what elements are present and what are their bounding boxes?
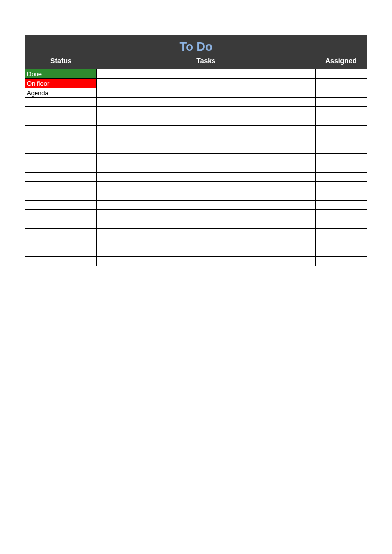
assigned-cell[interactable] [316, 79, 367, 88]
assigned-cell[interactable] [316, 257, 367, 266]
status-cell[interactable]: Done [25, 69, 97, 79]
assigned-cell[interactable] [316, 154, 367, 163]
column-header-status: Status [25, 57, 97, 65]
page-title: To Do [179, 40, 212, 53]
status-cell[interactable] [25, 116, 97, 126]
status-cell[interactable] [25, 98, 97, 107]
status-cell[interactable]: On floor [25, 79, 97, 88]
tasks-cell[interactable] [97, 116, 316, 126]
tasks-cell[interactable] [97, 69, 316, 79]
tasks-cell[interactable] [97, 135, 316, 144]
tasks-cell[interactable] [97, 79, 316, 88]
table-row [25, 163, 367, 173]
status-cell[interactable] [25, 191, 97, 201]
status-cell[interactable] [25, 238, 97, 247]
assigned-cell[interactable] [316, 247, 367, 257]
table-row [25, 126, 367, 135]
assigned-cell[interactable] [316, 163, 367, 173]
status-cell[interactable] [25, 163, 97, 173]
tasks-cell[interactable] [97, 163, 316, 173]
table-row: Agenda [25, 88, 367, 98]
tasks-cell[interactable] [97, 229, 316, 238]
tasks-cell[interactable] [97, 98, 316, 107]
table-row [25, 173, 367, 182]
table-row [25, 229, 367, 238]
table-row [25, 107, 367, 116]
status-cell[interactable] [25, 126, 97, 135]
todo-table: DoneOn floorAgenda [25, 69, 367, 266]
column-headers: Status Tasks Assigned [25, 57, 367, 69]
tasks-cell[interactable] [97, 191, 316, 201]
tasks-cell[interactable] [97, 126, 316, 135]
table-row [25, 116, 367, 126]
table-row [25, 201, 367, 210]
status-cell[interactable]: Agenda [25, 88, 97, 98]
status-cell[interactable] [25, 210, 97, 219]
tasks-cell[interactable] [97, 173, 316, 182]
status-cell[interactable] [25, 135, 97, 144]
assigned-cell[interactable] [316, 219, 367, 229]
assigned-cell[interactable] [316, 126, 367, 135]
header: To Do Status Tasks Assigned [25, 35, 367, 69]
status-cell[interactable] [25, 144, 97, 154]
tasks-cell[interactable] [97, 247, 316, 257]
tasks-cell[interactable] [97, 182, 316, 191]
status-cell[interactable] [25, 201, 97, 210]
assigned-cell[interactable] [316, 116, 367, 126]
tasks-cell[interactable] [97, 154, 316, 163]
status-cell[interactable] [25, 154, 97, 163]
status-cell[interactable] [25, 107, 97, 116]
table-row: On floor [25, 79, 367, 88]
assigned-cell[interactable] [316, 229, 367, 238]
status-cell[interactable] [25, 229, 97, 238]
table-row [25, 257, 367, 266]
table-row [25, 219, 367, 229]
tasks-cell[interactable] [97, 201, 316, 210]
tasks-cell[interactable] [97, 238, 316, 247]
table-row [25, 191, 367, 201]
assigned-cell[interactable] [316, 98, 367, 107]
table-row [25, 247, 367, 257]
tasks-cell[interactable] [97, 257, 316, 266]
assigned-cell[interactable] [316, 173, 367, 182]
table-row [25, 135, 367, 144]
tasks-cell[interactable] [97, 219, 316, 229]
status-cell[interactable] [25, 182, 97, 191]
table-row [25, 238, 367, 247]
assigned-cell[interactable] [316, 238, 367, 247]
table-row [25, 154, 367, 163]
table-row: Done [25, 69, 367, 79]
tasks-cell[interactable] [97, 88, 316, 98]
tasks-cell[interactable] [97, 210, 316, 219]
assigned-cell[interactable] [316, 88, 367, 98]
column-header-tasks: Tasks [97, 57, 315, 65]
table-row [25, 210, 367, 219]
status-cell[interactable] [25, 173, 97, 182]
assigned-cell[interactable] [316, 210, 367, 219]
tasks-cell[interactable] [97, 144, 316, 154]
table-row [25, 182, 367, 191]
status-cell[interactable] [25, 219, 97, 229]
title-row: To Do [25, 35, 367, 57]
assigned-cell[interactable] [316, 135, 367, 144]
assigned-cell[interactable] [316, 107, 367, 116]
assigned-cell[interactable] [316, 144, 367, 154]
tasks-cell[interactable] [97, 107, 316, 116]
assigned-cell[interactable] [316, 69, 367, 79]
assigned-cell[interactable] [316, 191, 367, 201]
table-row [25, 144, 367, 154]
assigned-cell[interactable] [316, 182, 367, 191]
todo-container: To Do Status Tasks Assigned DoneOn floor… [25, 35, 367, 266]
status-cell[interactable] [25, 257, 97, 266]
column-header-assigned: Assigned [315, 57, 367, 65]
status-cell[interactable] [25, 247, 97, 257]
table-row [25, 98, 367, 107]
assigned-cell[interactable] [316, 201, 367, 210]
